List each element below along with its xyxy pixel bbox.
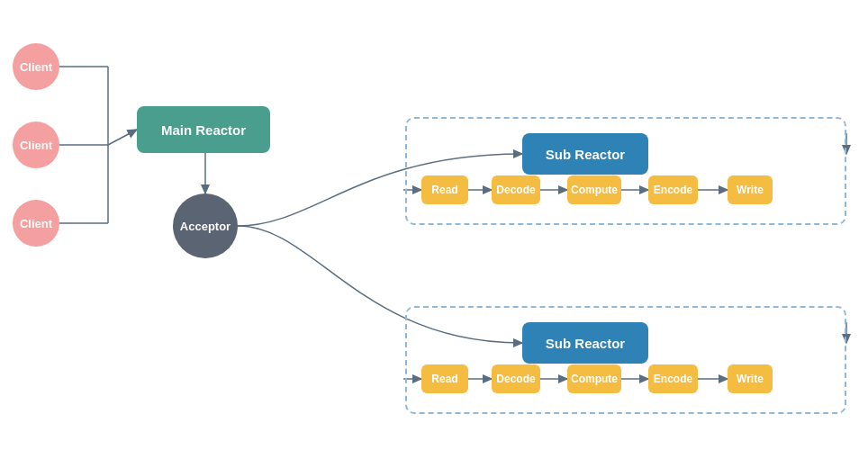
pipeline-2-compute: Compute <box>567 364 621 393</box>
main-reactor: Main Reactor <box>137 106 270 153</box>
pipeline-1-read: Read <box>421 176 468 204</box>
pipeline-1-write: Write <box>728 176 773 204</box>
pipeline-1-decode: Decode <box>492 176 540 204</box>
sub-reactor-1: Sub Reactor <box>522 133 648 175</box>
acceptor-node: Acceptor <box>173 194 238 258</box>
pipeline-1-compute: Compute <box>567 176 621 204</box>
pipeline-2-decode: Decode <box>492 364 540 393</box>
client-2: Client <box>13 122 59 168</box>
sub-reactor-2: Sub Reactor <box>522 322 648 364</box>
pipeline-2-encode: Encode <box>648 364 698 393</box>
diagram: Client Client Client Main Reactor Accept… <box>0 0 868 450</box>
client-3: Client <box>13 200 59 247</box>
pipeline-2-write: Write <box>728 364 773 393</box>
pipeline-2-read: Read <box>421 364 468 393</box>
svg-line-6 <box>108 130 137 145</box>
pipeline-1-encode: Encode <box>648 176 698 204</box>
client-1: Client <box>13 43 59 90</box>
